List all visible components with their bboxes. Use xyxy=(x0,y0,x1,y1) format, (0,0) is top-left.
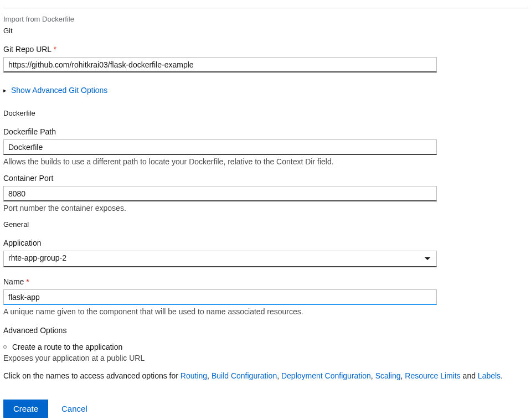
application-select[interactable]: rhte-app-group-2 xyxy=(3,251,437,267)
create-route-help: Exposes your application at a public URL xyxy=(3,354,528,362)
container-port-input[interactable] xyxy=(3,186,437,201)
dockerfile-path-help: Allows the builds to use a different pat… xyxy=(3,157,528,166)
resource-limits-link[interactable]: Resource Limits xyxy=(405,371,460,380)
page-title: Import from Dockerfile xyxy=(3,15,528,23)
dockerfile-path-input[interactable] xyxy=(3,139,437,155)
git-section-label: Git xyxy=(3,27,528,35)
git-repo-url-label: Git Repo URL * xyxy=(3,45,528,54)
git-repo-url-input[interactable] xyxy=(3,57,437,72)
application-group: Application rhte-app-group-2 xyxy=(3,238,528,267)
advanced-options-text: Click on the names to access advanced op… xyxy=(3,370,528,382)
name-label-text: Name xyxy=(3,277,24,286)
top-divider xyxy=(3,8,528,8)
sep: , xyxy=(371,371,375,380)
create-route-row: Create a route to the application xyxy=(3,343,528,351)
deploy-config-link[interactable]: Deployment Configuration xyxy=(281,371,371,380)
dockerfile-section-label: Dockerfile xyxy=(3,109,528,117)
create-route-label: Create a route to the application xyxy=(12,343,122,351)
create-route-checkbox[interactable] xyxy=(3,345,7,349)
required-star: * xyxy=(54,45,56,54)
advanced-git-toggle[interactable]: ▸ Show Advanced Git Options xyxy=(3,86,107,95)
button-row: Create Cancel xyxy=(3,400,528,418)
general-section-label: General xyxy=(3,220,528,229)
and-text: and xyxy=(461,371,478,380)
sep: , xyxy=(277,371,281,380)
container-port-help: Port number the container exposes. xyxy=(3,204,528,212)
required-star: * xyxy=(26,277,29,286)
container-port-group: Container Port Port number the container… xyxy=(3,174,528,212)
application-select-wrap: rhte-app-group-2 xyxy=(3,251,437,267)
advanced-prefix: Click on the names to access advanced op… xyxy=(3,371,181,380)
git-repo-url-group: Git Repo URL * xyxy=(3,45,528,72)
name-group: Name * A unique name given to the compon… xyxy=(3,277,528,316)
container-port-label: Container Port xyxy=(3,174,528,183)
scaling-link[interactable]: Scaling xyxy=(375,371,401,380)
build-config-link[interactable]: Build Configuration xyxy=(212,371,277,380)
period: . xyxy=(501,371,503,380)
labels-link[interactable]: Labels xyxy=(478,371,501,380)
application-label: Application xyxy=(3,238,528,247)
create-button[interactable]: Create xyxy=(3,400,48,418)
dockerfile-path-label: Dockerfile Path xyxy=(3,127,528,136)
advanced-git-toggle-label: Show Advanced Git Options xyxy=(11,86,107,95)
name-label: Name * xyxy=(3,277,528,286)
git-repo-url-label-text: Git Repo URL xyxy=(3,45,51,54)
advanced-options-heading: Advanced Options xyxy=(3,326,528,335)
name-input[interactable] xyxy=(3,289,437,305)
chevron-right-icon: ▸ xyxy=(3,87,7,94)
name-help: A unique name given to the component tha… xyxy=(3,307,528,316)
sep: , xyxy=(207,371,212,380)
dockerfile-path-group: Dockerfile Path Allows the builds to use… xyxy=(3,127,528,166)
routing-link[interactable]: Routing xyxy=(181,371,207,380)
cancel-button[interactable]: Cancel xyxy=(61,404,87,413)
